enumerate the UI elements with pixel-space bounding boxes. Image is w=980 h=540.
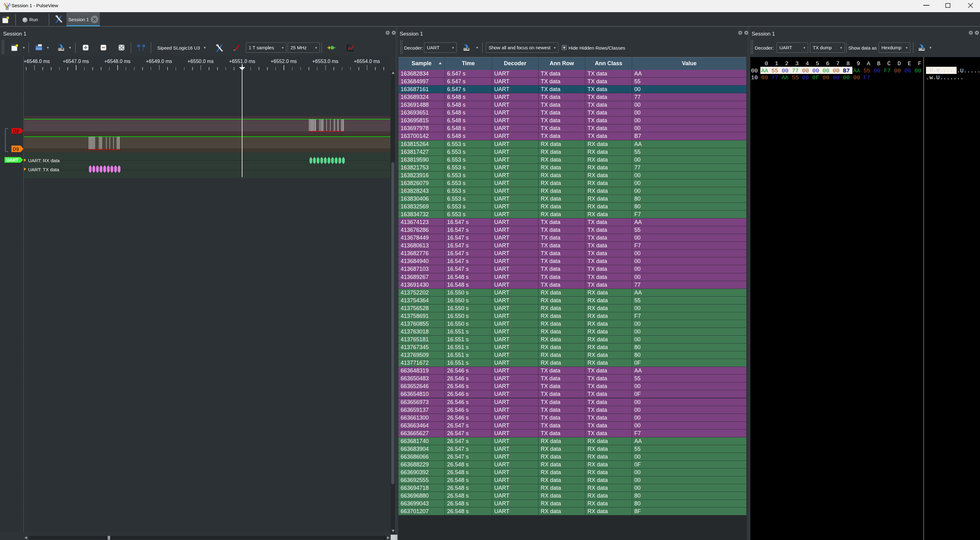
svg-text:f(x): f(x) bbox=[348, 44, 352, 47]
